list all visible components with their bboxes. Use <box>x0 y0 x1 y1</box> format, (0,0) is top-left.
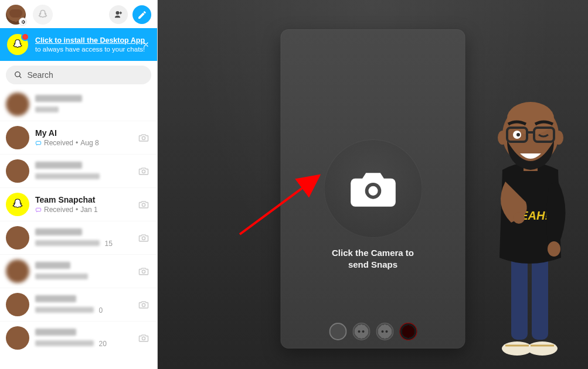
chat-name-blurred <box>35 262 70 269</box>
close-icon <box>142 41 149 48</box>
svg-point-5 <box>142 237 145 240</box>
snap-camera-shortcut[interactable] <box>136 297 151 312</box>
chat-name: Team Snapchat <box>35 195 130 204</box>
chat-item[interactable] <box>0 254 157 288</box>
snap-camera-shortcut[interactable] <box>136 330 151 346</box>
chat-sub-blurred <box>35 107 59 112</box>
svg-rect-12 <box>511 252 528 340</box>
chat-name-blurred <box>35 162 82 169</box>
search-wrap <box>0 61 157 88</box>
chat-avatar <box>6 126 29 149</box>
chat-item[interactable] <box>0 154 157 187</box>
camera-icon <box>138 132 149 144</box>
snap-camera-shortcut[interactable] <box>136 163 151 179</box>
chat-status-row: Received • Jan 1 <box>35 206 130 214</box>
gear-icon <box>19 18 27 26</box>
camera-icon <box>138 265 149 277</box>
chat-avatar <box>6 259 29 283</box>
chat-item[interactable] <box>0 88 157 121</box>
install-desktop-banner[interactable]: Click to install the Desktop App to alwa… <box>0 28 157 61</box>
chat-status-row: Received • Aug 8 <box>35 139 130 147</box>
snapchat-logo-button[interactable] <box>33 5 53 25</box>
svg-point-10 <box>368 186 378 196</box>
profile-avatar-button[interactable] <box>6 5 26 25</box>
svg-point-21 <box>507 102 554 135</box>
snap-camera-shortcut[interactable] <box>136 197 151 212</box>
banner-subtitle: to always have access to your chats! <box>35 46 145 53</box>
chat-name: My AI <box>35 128 130 138</box>
chat-avatar <box>6 193 29 216</box>
chat-avatar <box>6 293 29 316</box>
svg-point-8 <box>142 337 145 340</box>
lens-option-3[interactable] <box>399 323 417 340</box>
sidebar: Click to install the Desktop App to alwa… <box>0 0 157 369</box>
chat-status: Received <box>44 206 73 214</box>
svg-point-23 <box>554 131 563 145</box>
svg-point-22 <box>498 131 507 145</box>
main-pane: Click the Camera to send Snaps YEAH! <box>157 0 588 369</box>
topbar-left <box>6 5 53 25</box>
camera-label-line1: Click the Camera to <box>332 248 414 258</box>
svg-point-2 <box>142 170 145 173</box>
snap-camera-shortcut[interactable] <box>136 130 151 145</box>
svg-rect-3 <box>36 208 40 211</box>
chat-item-team-snapchat[interactable]: Team Snapchat Received • Jan 1 <box>0 187 157 221</box>
search-input[interactable] <box>27 70 143 80</box>
chat-trailing-number: 15 <box>104 240 112 248</box>
chat-sub-blurred <box>35 274 88 279</box>
camera-card: Click the Camera to send Snaps <box>281 29 465 348</box>
chat-item[interactable]: 15 <box>0 221 157 254</box>
search-icon <box>14 70 22 80</box>
chat-name-blurred <box>35 228 82 235</box>
svg-point-17 <box>513 212 525 224</box>
compose-button[interactable] <box>132 5 151 24</box>
chat-sub-blurred <box>35 340 94 346</box>
svg-point-6 <box>142 270 145 273</box>
banner-close-button[interactable] <box>141 39 151 50</box>
chat-item[interactable]: 20 <box>0 321 157 354</box>
chat-item[interactable]: 0 <box>0 288 157 321</box>
camera-icon <box>138 165 149 177</box>
notification-badge <box>21 33 29 41</box>
chat-item-my-ai[interactable]: My AI Received • Aug 8 <box>0 121 157 154</box>
topbar <box>0 0 157 28</box>
camera-icon <box>138 232 149 244</box>
camera-button[interactable] <box>324 139 422 238</box>
banner-title: Click to install the Desktop App <box>35 36 145 45</box>
svg-point-15 <box>527 341 558 356</box>
svg-point-4 <box>142 203 145 206</box>
camera-icon <box>138 299 149 310</box>
svg-rect-13 <box>532 252 548 340</box>
standing-bitmoji: YEAH! <box>473 64 584 369</box>
chat-sub-blurred <box>35 307 94 313</box>
snap-camera-shortcut[interactable] <box>136 264 151 279</box>
chat-date: Aug 8 <box>80 139 98 147</box>
search-field[interactable] <box>6 66 151 84</box>
lens-option-2[interactable] <box>376 323 393 340</box>
chat-status-icon <box>35 140 42 146</box>
camera-label-line2: send Snaps <box>348 259 397 269</box>
svg-point-18 <box>548 241 560 257</box>
chat-trailing-number: 0 <box>98 306 103 315</box>
lens-none[interactable] <box>329 323 346 340</box>
snap-camera-shortcut[interactable] <box>136 230 151 245</box>
ghost-icon <box>11 197 25 211</box>
camera-icon <box>346 162 400 216</box>
add-friend-button[interactable] <box>109 5 128 24</box>
add-friend-icon <box>113 9 124 20</box>
chat-status: Received <box>44 139 73 147</box>
banner-text: Click to install the Desktop App to alwa… <box>35 36 145 53</box>
chat-avatar <box>6 159 29 183</box>
chat-list: My AI Received • Aug 8 <box>0 88 157 369</box>
svg-point-28 <box>516 133 520 136</box>
chat-sub-blurred <box>35 173 100 179</box>
banner-ghost-icon <box>7 34 28 55</box>
camera-icon <box>138 199 149 210</box>
compose-icon <box>137 10 147 20</box>
lens-option-1[interactable] <box>352 323 370 340</box>
camera-icon <box>138 332 149 344</box>
chat-avatar <box>6 93 29 116</box>
svg-point-1 <box>142 136 145 139</box>
svg-rect-0 <box>36 141 40 145</box>
camera-label: Click the Camera to send Snaps <box>281 247 465 270</box>
